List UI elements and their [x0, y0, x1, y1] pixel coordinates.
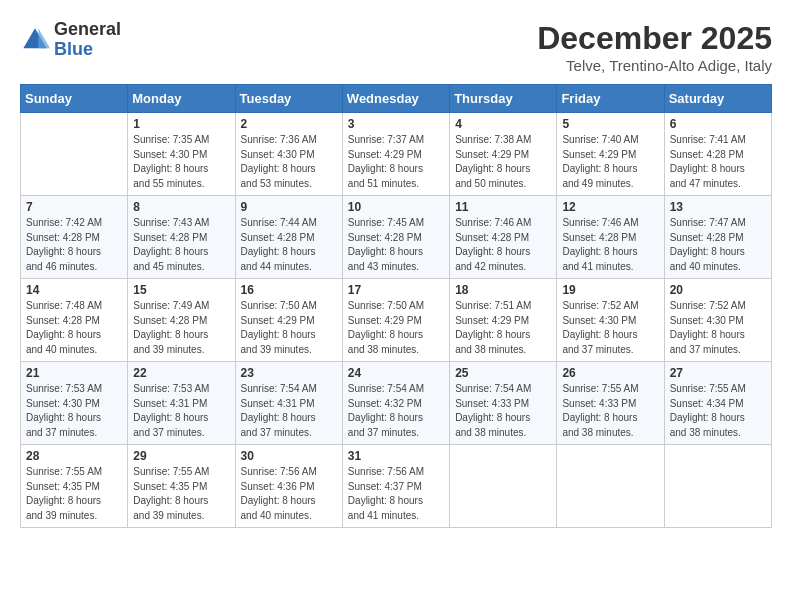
calendar-cell: 1Sunrise: 7:35 AM Sunset: 4:30 PM Daylig…: [128, 113, 235, 196]
day-detail: Sunrise: 7:46 AM Sunset: 4:28 PM Dayligh…: [455, 216, 551, 274]
month-year-title: December 2025: [537, 20, 772, 57]
calendar-cell: 13Sunrise: 7:47 AM Sunset: 4:28 PM Dayli…: [664, 196, 771, 279]
day-number: 12: [562, 200, 658, 214]
calendar-cell: 15Sunrise: 7:49 AM Sunset: 4:28 PM Dayli…: [128, 279, 235, 362]
day-detail: Sunrise: 7:52 AM Sunset: 4:30 PM Dayligh…: [670, 299, 766, 357]
day-detail: Sunrise: 7:38 AM Sunset: 4:29 PM Dayligh…: [455, 133, 551, 191]
day-detail: Sunrise: 7:54 AM Sunset: 4:31 PM Dayligh…: [241, 382, 337, 440]
day-number: 24: [348, 366, 444, 380]
day-number: 25: [455, 366, 551, 380]
calendar-cell: [557, 445, 664, 528]
weekday-header-tuesday: Tuesday: [235, 85, 342, 113]
day-detail: Sunrise: 7:48 AM Sunset: 4:28 PM Dayligh…: [26, 299, 122, 357]
day-number: 2: [241, 117, 337, 131]
calendar-cell: 8Sunrise: 7:43 AM Sunset: 4:28 PM Daylig…: [128, 196, 235, 279]
day-detail: Sunrise: 7:56 AM Sunset: 4:36 PM Dayligh…: [241, 465, 337, 523]
day-detail: Sunrise: 7:35 AM Sunset: 4:30 PM Dayligh…: [133, 133, 229, 191]
day-number: 19: [562, 283, 658, 297]
calendar-cell: 26Sunrise: 7:55 AM Sunset: 4:33 PM Dayli…: [557, 362, 664, 445]
weekday-header-thursday: Thursday: [450, 85, 557, 113]
day-detail: Sunrise: 7:52 AM Sunset: 4:30 PM Dayligh…: [562, 299, 658, 357]
calendar-cell: 19Sunrise: 7:52 AM Sunset: 4:30 PM Dayli…: [557, 279, 664, 362]
weekday-header-monday: Monday: [128, 85, 235, 113]
day-detail: Sunrise: 7:55 AM Sunset: 4:34 PM Dayligh…: [670, 382, 766, 440]
day-number: 5: [562, 117, 658, 131]
day-number: 14: [26, 283, 122, 297]
calendar-cell: 23Sunrise: 7:54 AM Sunset: 4:31 PM Dayli…: [235, 362, 342, 445]
calendar-cell: 12Sunrise: 7:46 AM Sunset: 4:28 PM Dayli…: [557, 196, 664, 279]
day-detail: Sunrise: 7:42 AM Sunset: 4:28 PM Dayligh…: [26, 216, 122, 274]
calendar-cell: 18Sunrise: 7:51 AM Sunset: 4:29 PM Dayli…: [450, 279, 557, 362]
calendar-cell: 14Sunrise: 7:48 AM Sunset: 4:28 PM Dayli…: [21, 279, 128, 362]
day-number: 10: [348, 200, 444, 214]
day-detail: Sunrise: 7:40 AM Sunset: 4:29 PM Dayligh…: [562, 133, 658, 191]
day-number: 8: [133, 200, 229, 214]
calendar-cell: 16Sunrise: 7:50 AM Sunset: 4:29 PM Dayli…: [235, 279, 342, 362]
day-detail: Sunrise: 7:53 AM Sunset: 4:31 PM Dayligh…: [133, 382, 229, 440]
calendar-week-1: 1Sunrise: 7:35 AM Sunset: 4:30 PM Daylig…: [21, 113, 772, 196]
weekday-header-sunday: Sunday: [21, 85, 128, 113]
calendar-week-4: 21Sunrise: 7:53 AM Sunset: 4:30 PM Dayli…: [21, 362, 772, 445]
weekday-header-row: SundayMondayTuesdayWednesdayThursdayFrid…: [21, 85, 772, 113]
day-detail: Sunrise: 7:50 AM Sunset: 4:29 PM Dayligh…: [348, 299, 444, 357]
calendar-cell: [450, 445, 557, 528]
calendar-cell: 22Sunrise: 7:53 AM Sunset: 4:31 PM Dayli…: [128, 362, 235, 445]
day-number: 30: [241, 449, 337, 463]
day-number: 20: [670, 283, 766, 297]
day-number: 16: [241, 283, 337, 297]
calendar-cell: 27Sunrise: 7:55 AM Sunset: 4:34 PM Dayli…: [664, 362, 771, 445]
day-number: 9: [241, 200, 337, 214]
calendar-cell: 6Sunrise: 7:41 AM Sunset: 4:28 PM Daylig…: [664, 113, 771, 196]
calendar-cell: 10Sunrise: 7:45 AM Sunset: 4:28 PM Dayli…: [342, 196, 449, 279]
day-detail: Sunrise: 7:53 AM Sunset: 4:30 PM Dayligh…: [26, 382, 122, 440]
day-number: 11: [455, 200, 551, 214]
title-block: December 2025 Telve, Trentino-Alto Adige…: [537, 20, 772, 74]
calendar-cell: 29Sunrise: 7:55 AM Sunset: 4:35 PM Dayli…: [128, 445, 235, 528]
calendar-cell: 9Sunrise: 7:44 AM Sunset: 4:28 PM Daylig…: [235, 196, 342, 279]
calendar-cell: 31Sunrise: 7:56 AM Sunset: 4:37 PM Dayli…: [342, 445, 449, 528]
calendar-cell: 24Sunrise: 7:54 AM Sunset: 4:32 PM Dayli…: [342, 362, 449, 445]
day-number: 29: [133, 449, 229, 463]
day-number: 22: [133, 366, 229, 380]
calendar-cell: 5Sunrise: 7:40 AM Sunset: 4:29 PM Daylig…: [557, 113, 664, 196]
day-detail: Sunrise: 7:50 AM Sunset: 4:29 PM Dayligh…: [241, 299, 337, 357]
day-number: 6: [670, 117, 766, 131]
svg-marker-1: [38, 28, 50, 48]
calendar-week-5: 28Sunrise: 7:55 AM Sunset: 4:35 PM Dayli…: [21, 445, 772, 528]
day-number: 23: [241, 366, 337, 380]
day-number: 13: [670, 200, 766, 214]
day-number: 15: [133, 283, 229, 297]
day-detail: Sunrise: 7:41 AM Sunset: 4:28 PM Dayligh…: [670, 133, 766, 191]
day-number: 27: [670, 366, 766, 380]
day-detail: Sunrise: 7:36 AM Sunset: 4:30 PM Dayligh…: [241, 133, 337, 191]
weekday-header-friday: Friday: [557, 85, 664, 113]
calendar-week-3: 14Sunrise: 7:48 AM Sunset: 4:28 PM Dayli…: [21, 279, 772, 362]
calendar-cell: 30Sunrise: 7:56 AM Sunset: 4:36 PM Dayli…: [235, 445, 342, 528]
calendar-cell: [664, 445, 771, 528]
day-number: 7: [26, 200, 122, 214]
day-detail: Sunrise: 7:55 AM Sunset: 4:35 PM Dayligh…: [133, 465, 229, 523]
day-detail: Sunrise: 7:55 AM Sunset: 4:33 PM Dayligh…: [562, 382, 658, 440]
weekday-header-saturday: Saturday: [664, 85, 771, 113]
calendar-table: SundayMondayTuesdayWednesdayThursdayFrid…: [20, 84, 772, 528]
location-subtitle: Telve, Trentino-Alto Adige, Italy: [537, 57, 772, 74]
day-detail: Sunrise: 7:45 AM Sunset: 4:28 PM Dayligh…: [348, 216, 444, 274]
day-number: 21: [26, 366, 122, 380]
day-detail: Sunrise: 7:54 AM Sunset: 4:33 PM Dayligh…: [455, 382, 551, 440]
calendar-cell: 21Sunrise: 7:53 AM Sunset: 4:30 PM Dayli…: [21, 362, 128, 445]
calendar-week-2: 7Sunrise: 7:42 AM Sunset: 4:28 PM Daylig…: [21, 196, 772, 279]
day-number: 17: [348, 283, 444, 297]
day-number: 18: [455, 283, 551, 297]
day-detail: Sunrise: 7:51 AM Sunset: 4:29 PM Dayligh…: [455, 299, 551, 357]
calendar-cell: 2Sunrise: 7:36 AM Sunset: 4:30 PM Daylig…: [235, 113, 342, 196]
logo: General Blue: [20, 20, 121, 60]
day-number: 31: [348, 449, 444, 463]
day-number: 1: [133, 117, 229, 131]
calendar-cell: [21, 113, 128, 196]
day-detail: Sunrise: 7:55 AM Sunset: 4:35 PM Dayligh…: [26, 465, 122, 523]
calendar-cell: 4Sunrise: 7:38 AM Sunset: 4:29 PM Daylig…: [450, 113, 557, 196]
day-detail: Sunrise: 7:47 AM Sunset: 4:28 PM Dayligh…: [670, 216, 766, 274]
calendar-cell: 3Sunrise: 7:37 AM Sunset: 4:29 PM Daylig…: [342, 113, 449, 196]
day-detail: Sunrise: 7:54 AM Sunset: 4:32 PM Dayligh…: [348, 382, 444, 440]
calendar-cell: 25Sunrise: 7:54 AM Sunset: 4:33 PM Dayli…: [450, 362, 557, 445]
